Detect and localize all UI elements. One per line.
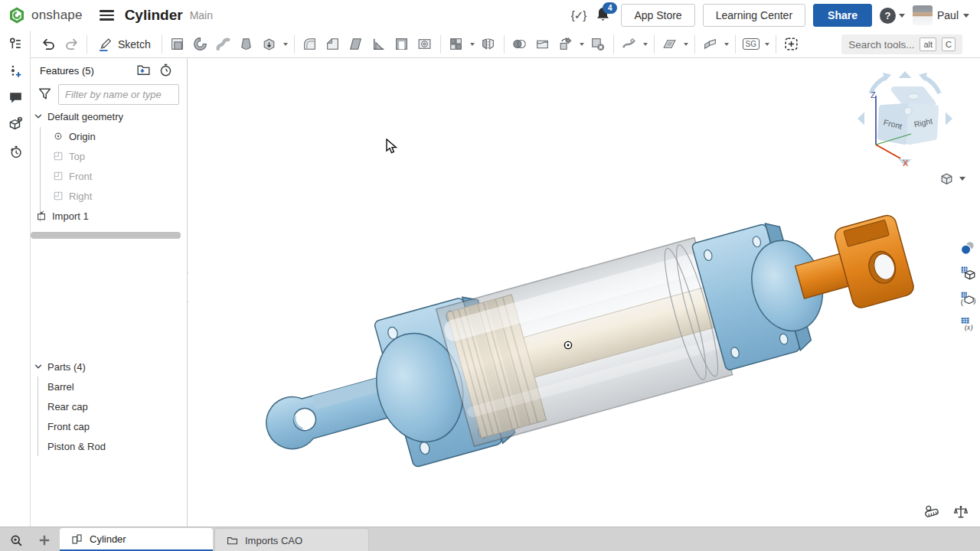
extrude-button[interactable] [166, 34, 189, 55]
graphics-viewport[interactable]: Front Right Z X [188, 59, 980, 527]
transform-button[interactable] [554, 34, 577, 55]
sheet-metal-flat-button[interactable]: SG [740, 34, 763, 55]
user-menu[interactable]: Paul [913, 5, 969, 25]
tree-group-parts[interactable]: Parts (4) [31, 357, 189, 377]
history-panel-button[interactable] [5, 142, 25, 161]
sketch-button[interactable]: Sketch [91, 34, 158, 55]
search-tools-input[interactable]: Search tools... alt C [841, 34, 962, 54]
toolbar-separator [294, 35, 295, 54]
comments-panel-button[interactable] [5, 87, 25, 107]
view-cube-body[interactable]: Front Right [880, 90, 936, 142]
tree-item-front-cap[interactable]: Front cap [31, 416, 204, 436]
tree-group-default-geometry[interactable]: Default geometry [31, 106, 189, 126]
rib-button[interactable] [368, 34, 390, 55]
versions-icon[interactable]: {✓} [571, 8, 586, 22]
surface-button[interactable] [618, 34, 641, 55]
new-folder-button[interactable] [136, 62, 152, 81]
x-axis-label: X [903, 158, 909, 168]
new-folder-icon [136, 62, 152, 78]
mass-properties-icon[interactable] [952, 504, 969, 520]
onshape-logo-icon [8, 6, 26, 24]
help-menu[interactable]: ? [880, 8, 905, 24]
feature-list-panel-button[interactable] [5, 34, 25, 54]
filter-input[interactable] [58, 84, 179, 105]
variables-panel-button[interactable] [957, 312, 978, 334]
tab-label: Imports CAO [245, 535, 302, 546]
pattern-dropdown-caret[interactable] [468, 34, 477, 55]
stopwatch-icon [158, 62, 174, 78]
search-tabs-button[interactable] [6, 530, 26, 550]
tree-item-right-plane[interactable]: Right [31, 186, 208, 206]
tab-cylinder[interactable]: Cylinder [60, 528, 213, 551]
app-store-button[interactable]: App Store [621, 4, 694, 27]
tree-item-label: Right [69, 191, 92, 202]
tree-item-front-plane[interactable]: Front [31, 166, 208, 186]
mirror-button[interactable] [477, 34, 500, 55]
mate-connector-button[interactable] [780, 34, 803, 55]
undo-button[interactable] [37, 34, 60, 55]
document-menu-icon[interactable] [100, 10, 114, 21]
toolbar-separator [776, 35, 776, 54]
thicken-dropdown-caret[interactable] [281, 34, 290, 55]
named-views-icon [959, 265, 976, 282]
tree-item-import1[interactable]: Import 1 [31, 206, 191, 226]
revolve-button[interactable] [189, 34, 212, 55]
tab-label: Cylinder [90, 533, 126, 545]
origin-icon [52, 130, 64, 142]
loft-button[interactable] [235, 34, 258, 55]
toolbar-separator [654, 35, 655, 54]
plane-dropdown-caret[interactable] [681, 34, 691, 55]
split-button[interactable] [531, 34, 554, 55]
group-label: Default geometry [47, 111, 123, 122]
delete-part-button[interactable] [586, 34, 609, 55]
tree-item-piston-rod[interactable]: Piston & Rod [31, 436, 204, 456]
chamfer-button[interactable] [322, 34, 345, 55]
view-options-button[interactable] [939, 171, 965, 187]
linear-pattern-button[interactable] [445, 34, 468, 55]
rollback-button[interactable] [158, 62, 174, 81]
fillet-button[interactable] [299, 34, 322, 55]
tree-item-top-plane[interactable]: Top [31, 146, 208, 166]
rear-clevis[interactable] [260, 373, 390, 455]
sweep-button[interactable] [212, 34, 235, 55]
draft-button[interactable] [345, 34, 368, 55]
transform-dropdown-caret[interactable] [577, 34, 586, 55]
tree-item-origin[interactable]: Origin [31, 126, 208, 146]
learning-center-button[interactable]: Learning Center [703, 4, 805, 27]
tab-imports-cao[interactable]: Imports CAO [214, 528, 369, 551]
sg-dropdown-caret[interactable] [763, 34, 772, 55]
thicken-button[interactable] [258, 34, 281, 55]
display-states-panel-button[interactable] [957, 287, 978, 309]
surface-dropdown-caret[interactable] [641, 34, 650, 55]
feature-list-icon [8, 36, 24, 52]
new-tab-button[interactable] [34, 530, 55, 550]
insert-panel-button[interactable] [5, 61, 25, 81]
onshape-logo[interactable]: onshape [8, 6, 83, 24]
share-button[interactable]: Share [813, 4, 872, 27]
tree-item-rear-cap[interactable]: Rear cap [31, 396, 204, 416]
learning-panel-button[interactable] [5, 114, 25, 134]
plane-button[interactable] [658, 34, 681, 55]
document-title: Cylinder [125, 7, 183, 24]
redo-button[interactable] [60, 34, 83, 55]
display-states-icon [959, 290, 976, 307]
barrel-glass[interactable] [436, 237, 733, 446]
shell-button[interactable] [390, 34, 413, 55]
view-cube[interactable]: Front Right Z X [851, 65, 959, 172]
tree-item-barrel[interactable]: Barrel [31, 377, 204, 396]
features-scrollbar[interactable] [31, 232, 181, 239]
hole-button[interactable] [413, 34, 436, 55]
top-bar-right: {✓} 4 App Store Learning Center Share ? … [571, 0, 980, 31]
workspace-name[interactable]: Main [190, 9, 213, 21]
appearance-panel-button[interactable] [957, 236, 978, 259]
boolean-button[interactable] [508, 34, 531, 55]
toolbar-separator [162, 35, 162, 54]
sheet-metal-button[interactable] [699, 34, 722, 55]
history-clock-icon [8, 144, 24, 160]
measure-icon[interactable] [923, 504, 940, 520]
viewport-bottom-tools [923, 504, 969, 520]
named-views-panel-button[interactable] [957, 262, 978, 284]
notifications-button[interactable]: 4 [593, 5, 613, 25]
sheet-metal-dropdown-caret[interactable] [722, 34, 731, 55]
origin-marker[interactable] [564, 341, 571, 348]
